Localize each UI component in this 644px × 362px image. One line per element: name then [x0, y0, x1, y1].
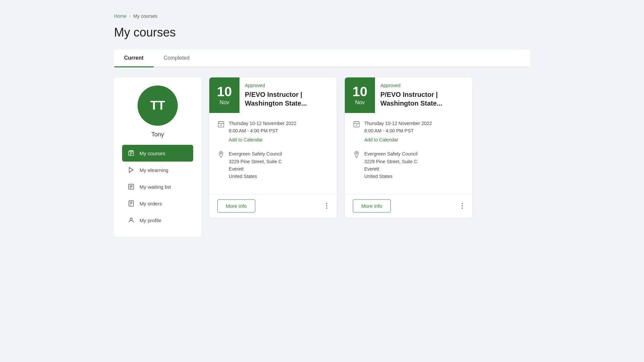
breadcrumb-separator: ›: [129, 14, 130, 18]
tab-current[interactable]: Current: [114, 50, 154, 67]
nav-list: My courses My elearning: [122, 145, 193, 229]
sidebar-item-my-orders-label: My orders: [140, 201, 162, 206]
sidebar-item-my-elearning-label: My elearning: [140, 167, 168, 173]
elearning-icon: [127, 166, 135, 174]
card-1-location-row: Evergreen Safety Council 3229 Pine Stree…: [217, 150, 329, 180]
location-icon-1: [217, 151, 225, 158]
svg-point-25: [356, 153, 358, 154]
card-2-status: Approved: [380, 83, 467, 88]
courses-icon: [127, 149, 135, 157]
tabs-container: Current Completed: [114, 50, 530, 67]
breadcrumb-current: My courses: [133, 13, 157, 19]
svg-rect-11: [129, 201, 133, 206]
card-1-more-info-button[interactable]: More info: [217, 199, 255, 213]
sidebar-item-my-waiting-list[interactable]: My waiting list: [122, 178, 193, 195]
card-2-more-info-button[interactable]: More info: [353, 199, 391, 213]
sidebar-item-my-courses[interactable]: My courses: [122, 145, 193, 162]
card-2-add-calendar-link[interactable]: Add to Calendar: [364, 136, 398, 143]
card-1-date-block: 10 Nov: [209, 77, 239, 113]
card-2-location-3: Everett: [364, 165, 418, 173]
sidebar-item-my-profile[interactable]: My profile: [122, 212, 193, 229]
card-2-date-block: 10 Nov: [345, 77, 375, 113]
card-2-location-4: United States: [364, 173, 418, 180]
card-1-location-3: Everett: [229, 165, 282, 173]
card-2-location-info: Evergreen Safety Council 3229 Pine Stree…: [364, 150, 418, 180]
card-1-add-calendar-link[interactable]: Add to Calendar: [229, 136, 263, 143]
orders-icon: [127, 200, 135, 207]
card-1-date-month: Nov: [220, 100, 229, 106]
card-1-footer: More info: [209, 194, 337, 218]
card-1-date-info: Thursday 10-12 November 2022 8:00 AM - 4…: [229, 120, 297, 143]
waiting-list-icon: [127, 183, 135, 190]
card-2-date-text: Thursday 10-12 November 2022: [364, 120, 432, 127]
card-1-date-row: Thursday 10-12 November 2022 8:00 AM - 4…: [217, 120, 329, 143]
card-1-location-info: Evergreen Safety Council 3229 Pine Stree…: [229, 150, 282, 180]
sidebar-item-my-elearning[interactable]: My elearning: [122, 162, 193, 178]
sidebar-item-my-waiting-list-label: My waiting list: [140, 184, 171, 190]
cards-area: 10 Nov Approved P/EVO Instructor | Washi…: [209, 77, 530, 218]
course-card-1: 10 Nov Approved P/EVO Instructor | Washi…: [209, 77, 337, 218]
card-2-header: 10 Nov Approved P/EVO Instructor | Washi…: [345, 77, 472, 113]
card-1-location-2: 3229 Pine Street, Suite C: [229, 158, 282, 165]
card-1-location-1: Evergreen Safety Council: [229, 150, 282, 158]
card-2-date-info: Thursday 10-12 November 2022 8:00 AM - 4…: [364, 120, 432, 143]
card-2-dots-menu[interactable]: [460, 201, 464, 210]
svg-rect-16: [218, 122, 224, 127]
page-title: My courses: [114, 25, 530, 40]
card-1-status: Approved: [245, 83, 331, 88]
card-2-title-area: Approved P/EVO Instructor | Washington S…: [375, 77, 472, 113]
tab-completed[interactable]: Completed: [154, 50, 200, 67]
profile-icon: [127, 217, 135, 224]
svg-point-15: [130, 218, 132, 220]
tabs-wrapper: Current Completed: [114, 50, 530, 67]
card-2-date-row: Thursday 10-12 November 2022 8:00 AM - 4…: [353, 120, 464, 143]
card-2-footer: More info: [345, 194, 472, 218]
svg-rect-21: [354, 122, 360, 127]
card-1-header: 10 Nov Approved P/EVO Instructor | Washi…: [209, 77, 337, 113]
calendar-icon-2: [353, 120, 360, 128]
card-1-date-day: 10: [217, 85, 232, 98]
course-card-2: 10 Nov Approved P/EVO Instructor | Washi…: [345, 77, 472, 218]
sidebar: TT Tony My courses: [114, 77, 201, 237]
card-1-title: P/EVO Instructor | Washington State...: [245, 90, 331, 108]
svg-point-20: [220, 153, 222, 154]
card-1-body: Thursday 10-12 November 2022 8:00 AM - 4…: [209, 113, 337, 194]
sidebar-item-my-courses-label: My courses: [140, 150, 165, 156]
avatar: TT: [138, 85, 178, 126]
card-2-title: P/EVO Instructor | Washington State...: [380, 90, 467, 108]
svg-marker-6: [129, 168, 133, 173]
location-icon-2: [353, 151, 360, 158]
sidebar-item-my-profile-label: My profile: [140, 218, 161, 223]
calendar-icon-1: [217, 120, 225, 128]
card-2-date-month: Nov: [355, 100, 365, 106]
card-1-title-area: Approved P/EVO Instructor | Washington S…: [239, 77, 337, 113]
breadcrumb-home-link[interactable]: Home: [114, 13, 126, 19]
card-2-time-text: 8:00 AM - 4:00 PM PST: [364, 127, 432, 134]
card-1-dots-menu[interactable]: [325, 201, 329, 210]
card-2-date-day: 10: [353, 85, 368, 98]
breadcrumb: Home › My courses: [114, 13, 530, 19]
card-1-location-4: United States: [229, 173, 282, 180]
card-2-body: Thursday 10-12 November 2022 8:00 AM - 4…: [345, 113, 472, 194]
sidebar-item-my-orders[interactable]: My orders: [122, 195, 193, 212]
card-2-location-2: 3229 Pine Street, Suite C: [364, 158, 418, 165]
main-content: TT Tony My courses: [114, 67, 530, 247]
card-1-date-text: Thursday 10-12 November 2022: [229, 120, 297, 127]
user-name: Tony: [122, 131, 193, 138]
card-2-location-1: Evergreen Safety Council: [364, 150, 418, 158]
card-1-time-text: 8:00 AM - 4:00 PM PST: [229, 127, 297, 134]
card-2-location-row: Evergreen Safety Council 3229 Pine Stree…: [353, 150, 464, 180]
